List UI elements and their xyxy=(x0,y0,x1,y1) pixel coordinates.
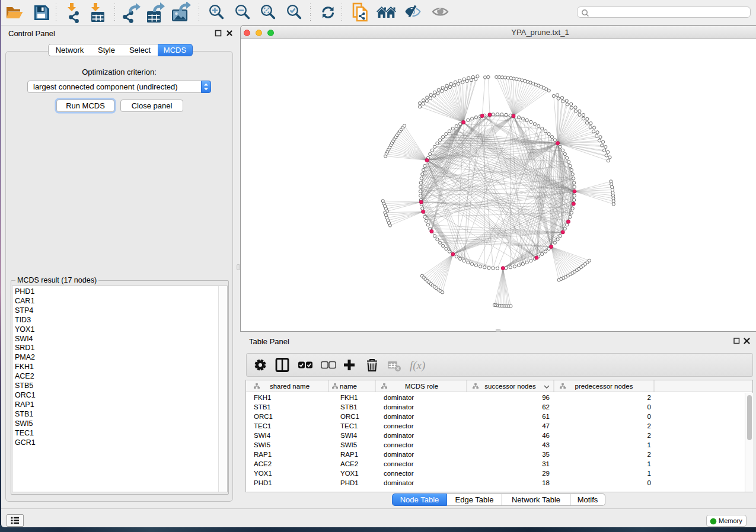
svg-text:successor nodes: successor nodes xyxy=(484,383,536,390)
svg-text:name: name xyxy=(340,383,357,390)
svg-text:MCDS role: MCDS role xyxy=(405,383,438,390)
svg-text:predecessor nodes: predecessor nodes xyxy=(575,383,633,390)
svg-text:f(x): f(x) xyxy=(410,359,425,372)
svg-text:shared name: shared name xyxy=(270,383,310,390)
